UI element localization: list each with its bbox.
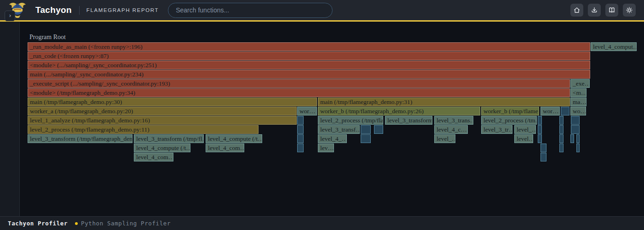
flame-bar[interactable] [559,134,564,143]
flame-bar[interactable]: _execute_script (.../sampling/_sync_coor… [28,79,570,88]
flame-bar[interactable] [297,116,304,125]
flame-bar[interactable]: <m… [570,88,586,97]
flame-bar[interactable]: wor… [297,107,317,115]
flame-bar[interactable] [297,134,304,143]
report-type-label: FLAMEGRAPH REPORT [86,7,159,13]
flame-bar[interactable] [576,144,580,152]
flame-bar[interactable] [571,116,580,125]
flame-bar[interactable]: level_2_process (/tmp/fla… [318,116,383,125]
flame-bar[interactable]: wor… [540,107,560,115]
status-subtitle: Python Sampling Profiler [81,220,171,227]
flame-bar[interactable]: level… [514,134,533,143]
home-button[interactable] [570,4,583,17]
flame-bar[interactable] [576,134,580,143]
docs-button[interactable] [605,4,618,17]
flame-bar[interactable]: main (.../sampling/_sync_coordinator.py:… [28,70,590,79]
book-icon [608,6,615,14]
flame-bar[interactable]: level_3_transform… [385,116,432,125]
flame-bar[interactable] [538,134,542,143]
flame-bar[interactable]: level_3_tr… [481,125,512,134]
flame-bar[interactable]: level_3_trans… [434,116,473,125]
flame-bar[interactable] [561,107,569,115]
flame-bar[interactable]: _exe… [570,79,590,88]
download-icon [591,6,598,14]
flame-bar[interactable]: level_… [514,125,536,134]
header: Tachyon FLAMEGRAPH REPORT [0,0,644,20]
flame-bar[interactable] [538,116,542,125]
flame-bar[interactable]: level_3_transform (/tmp/fl… [134,134,204,143]
sun-icon [626,6,633,14]
flame-bar[interactable]: level_1_analyze (/tmp/flamegraph_demo.py… [28,116,297,125]
status-app-name: Tachyon Profiler [8,220,68,227]
flame-bar[interactable]: level_3_transform (/tmp/flamegraph_dem… [28,134,132,143]
flame-bar[interactable] [571,125,580,134]
flame-bar[interactable]: main (/tmp/flamegraph_demo.py:31) [318,98,570,106]
flame-bar[interactable] [559,125,564,134]
flame-bar[interactable]: worker_a (/tmp/flamegraph_demo.py:20) [28,107,297,115]
flame-bar[interactable]: level_2_process (/tmp/flamegraph_demo.py… [28,125,259,134]
flame-bar[interactable]: lev… [318,144,334,152]
header-actions [570,4,636,17]
flame-bar[interactable]: worker_b (/tmp/flamegraph_demo.py:26) [318,107,480,115]
flame-bar[interactable] [297,125,304,134]
header-divider [79,6,80,15]
flame-bar[interactable]: level_… [434,134,455,143]
flame-bar[interactable]: level_2_process (/tm… [481,116,537,125]
flame-bar[interactable] [559,116,564,125]
flame-bar[interactable] [559,144,564,152]
flame-bar[interactable]: level_4_… [318,134,347,143]
flame-bar[interactable]: level_4_com… [206,144,244,152]
flame-bar[interactable] [540,144,546,152]
flame-bar[interactable] [570,134,574,143]
flame-bar[interactable]: main (/tmp/flamegraph_demo.py:30) [28,98,317,106]
flame-bar[interactable]: level_4_c… [434,125,468,134]
flame-bar[interactable] [538,125,542,134]
theme-button[interactable] [623,4,636,17]
status-bar: Tachyon Profiler Python Sampling Profile… [0,216,644,230]
flame-bar[interactable]: level_4_com… [134,153,173,161]
sidebar [0,22,20,216]
flame-bar[interactable]: _run_code (<frozen runpy>:87) [28,52,590,60]
flamegraph-root-frame[interactable]: Program Root [29,34,66,41]
sidebar-expand-button[interactable]: › [5,11,15,21]
flame-bar[interactable]: <module> (.../sampling/_sync_coordinator… [28,61,590,69]
flame-bar[interactable]: wo… [570,107,586,115]
flame-bar[interactable]: level_4_compute (/t… [206,134,262,143]
flame-bar[interactable]: worker_b (/tmp/flame… [481,107,539,115]
app-title: Tachyon [35,5,72,15]
flame-bar[interactable]: _run_module_as_main (<frozen runpy>:196) [28,42,590,51]
flame-bar[interactable] [540,153,546,161]
flame-bar[interactable] [361,134,371,143]
flame-bar[interactable] [297,144,304,152]
flame-bar[interactable]: level_4_compute (/t… [134,144,190,152]
flame-bar[interactable] [361,125,371,134]
status-dot-icon [75,222,78,225]
download-button[interactable] [588,4,601,17]
header-accent-line [0,20,644,22]
flame-bar[interactable]: level_4_comput… [591,42,637,51]
flame-bar[interactable]: <module> (/tmp/flamegraph_demo.py:34) [28,88,570,97]
search-input[interactable] [168,3,333,18]
flame-bar[interactable]: level_3_transf… [318,125,360,134]
home-icon [573,6,581,14]
flame-bar[interactable] [374,125,383,134]
flame-bar[interactable]: ma… [570,98,586,106]
